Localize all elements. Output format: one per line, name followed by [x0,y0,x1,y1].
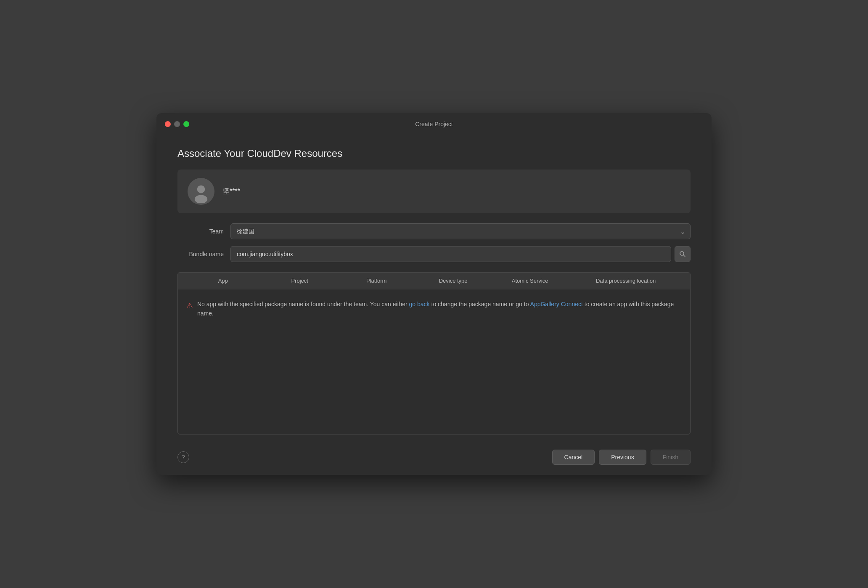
page-title: Associate Your CloudDev Resources [177,148,691,159]
bundle-input-group [230,246,691,262]
col-device-type: Device type [415,278,491,284]
avatar [188,178,214,205]
footer-buttons: Cancel Previous Finish [552,450,691,465]
appgallery-connect-link[interactable]: AppGallery Connect [530,301,583,307]
error-icon: ⚠ [186,300,193,312]
col-data-processing: Data processing location [568,278,683,284]
help-button[interactable]: ? [177,451,189,463]
search-button[interactable] [675,246,691,262]
bundle-input-wrapper [230,246,691,262]
team-select-wrapper: 徐建国 ⌄ [230,223,691,239]
team-label: Team [177,228,224,235]
user-card: 坚**** [177,170,691,213]
minimize-button[interactable] [174,121,180,127]
footer: ? Cancel Previous Finish [156,443,712,475]
team-row: Team 徐建国 ⌄ [177,223,691,239]
maximize-button[interactable] [183,121,189,127]
bundle-label: Bundle name [177,251,224,257]
table-header: App Project Platform Device type Atomic … [178,273,690,289]
results-table: App Project Platform Device type Atomic … [177,272,691,434]
go-back-link[interactable]: go back [409,301,430,307]
bundle-name-input[interactable] [230,246,671,262]
svg-line-4 [683,255,685,257]
traffic-lights [165,121,189,127]
title-bar: Create Project [156,113,712,135]
svg-point-1 [197,185,205,193]
dialog-window: Create Project Associate Your CloudDev R… [156,113,712,475]
col-atomic-service: Atomic Service [492,278,568,284]
bundle-name-row: Bundle name [177,246,691,262]
team-select[interactable]: 徐建国 [230,223,691,239]
error-message: ⚠ No app with the specified package name… [186,299,682,318]
svg-point-3 [680,252,684,255]
col-platform: Platform [338,278,415,284]
finish-button[interactable]: Finish [651,450,691,465]
close-button[interactable] [165,121,171,127]
search-icon [679,251,686,257]
table-body: ⚠ No app with the specified package name… [178,289,690,328]
previous-button[interactable]: Previous [599,450,646,465]
col-project: Project [261,278,338,284]
main-content: Associate Your CloudDev Resources 坚**** … [156,135,712,443]
col-app: App [185,278,261,284]
username: 坚**** [223,187,240,196]
cancel-button[interactable]: Cancel [552,450,595,465]
window-title: Create Project [415,121,453,127]
error-text: No app with the specified package name i… [197,299,682,318]
